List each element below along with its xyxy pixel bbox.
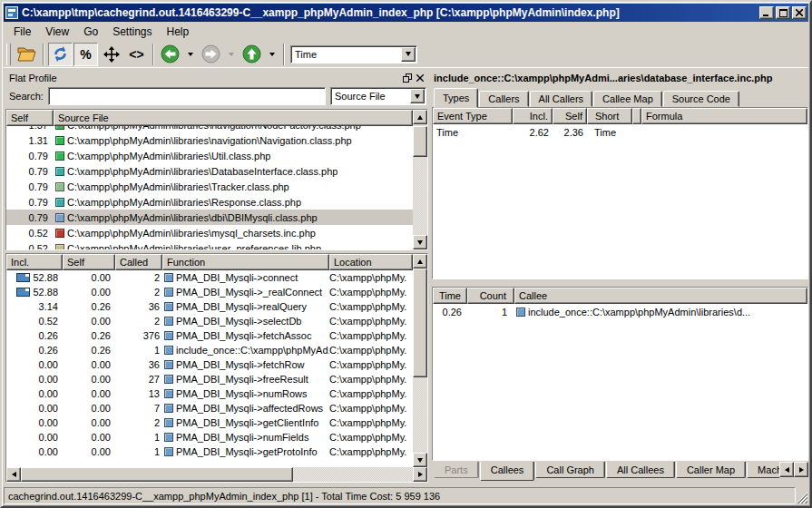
grouping-combobox[interactable]: Source File [330, 87, 426, 105]
scroll-up-button[interactable] [413, 110, 427, 124]
column-header-incl[interactable]: Incl. [6, 254, 63, 270]
dock-title-bar[interactable]: Flat Profile [5, 70, 428, 85]
scrollbar-thumb[interactable] [21, 467, 293, 482]
bottom-tab-machine[interactable]: Machine [747, 462, 779, 478]
column-header-spacer[interactable] [632, 108, 641, 124]
scrollbar-thumb[interactable] [413, 126, 427, 157]
column-header-function[interactable]: Function [162, 254, 329, 270]
close-panel-button[interactable] [414, 72, 426, 83]
maximize-button[interactable] [776, 6, 790, 19]
chevron-down-icon[interactable] [410, 89, 425, 103]
scroll-down-button[interactable] [413, 453, 427, 467]
source-file-row[interactable]: 0.79C:\xampp\phpMyAdmin\libraries\Util.c… [6, 148, 413, 163]
tab-types[interactable]: Types [434, 88, 478, 108]
menu-bar: FileViewGoSettingsHelp [4, 22, 808, 41]
back-button[interactable] [158, 43, 182, 66]
function-row[interactable]: 0.520.002PMA_DBI_Mysqli->selectDbC:\xamp… [6, 314, 413, 328]
function-row[interactable]: 0.000.001PMA_DBI_Mysqli->getProtoInfoC:\… [6, 444, 413, 459]
column-header-self[interactable]: Self [553, 108, 587, 124]
column-header-event-type[interactable]: Event Type [433, 108, 513, 124]
toolbar-handle[interactable] [6, 44, 11, 65]
percentage-button[interactable]: % [73, 43, 98, 66]
expand-areas-button[interactable] [99, 43, 123, 66]
source-file-row[interactable]: 0.79C:\xampp\phpMyAdmin\libraries\dbi\DB… [6, 210, 413, 225]
scroll-right-button[interactable] [413, 467, 427, 482]
close-button[interactable] [792, 6, 807, 19]
tab-source-code[interactable]: Source Code [663, 91, 739, 107]
source-file-row[interactable]: 0.79C:\xampp\phpMyAdmin\libraries\Databa… [6, 163, 413, 179]
column-header-source-file[interactable]: Source File [54, 110, 413, 126]
reload-icon [52, 45, 69, 63]
function-list-vscrollbar[interactable] [413, 254, 427, 467]
relative-cost-button[interactable]: <> [124, 43, 149, 66]
function-row[interactable]: 0.000.0013PMA_DBI_Mysqli->numRowsC:\xamp… [6, 386, 413, 401]
search-input[interactable] [48, 87, 326, 105]
function-row[interactable]: 0.260.261include_once::C:\xampp\phpMyAd.… [6, 343, 413, 357]
file-path: C:\xampp\phpMyAdmin\libraries\navigation… [67, 135, 352, 146]
bottom-tab-callees[interactable]: Callees [480, 462, 535, 481]
event-type-row[interactable]: Time2.622.36Time [433, 124, 807, 141]
source-file-row[interactable]: 0.52C:\xampp\phpMyAdmin\libraries\user_p… [6, 240, 413, 249]
forward-dropdown-button[interactable] [224, 43, 239, 66]
bottom-tab-parts[interactable]: Parts [434, 462, 479, 478]
source-file-row[interactable]: 0.79C:\xampp\phpMyAdmin\libraries\Respon… [6, 194, 413, 210]
tab-all-callers[interactable]: All Callers [530, 91, 593, 107]
function-row[interactable]: 0.260.26376PMA_DBI_Mysqli->fetchAssocC:\… [6, 328, 413, 343]
tab-scroll-left-button[interactable] [779, 462, 794, 477]
column-header-called[interactable]: Called [115, 254, 162, 270]
function-row[interactable]: 52.880.002PMA_DBI_Mysqli->_realConnectC:… [6, 285, 413, 299]
back-dropdown-button[interactable] [183, 43, 198, 66]
percent-icon: % [80, 47, 91, 62]
function-row[interactable]: 3.140.2636PMA_DBI_Mysqli->realQueryC:\xa… [6, 299, 413, 314]
column-header-callee[interactable]: Callee [514, 288, 807, 304]
column-header-location[interactable]: Location [329, 254, 413, 270]
column-header-self[interactable]: Self [63, 254, 115, 270]
up-dropdown-button[interactable] [265, 43, 279, 66]
scrollbar-thumb[interactable] [413, 269, 427, 377]
bottom-tab-all-callees[interactable]: All Callees [606, 462, 675, 478]
cycle-grouping-button[interactable] [48, 43, 73, 66]
function-list-hscrollbar[interactable] [6, 467, 427, 482]
column-header-self[interactable]: Self [6, 110, 54, 126]
column-header-formula[interactable]: Formula [641, 108, 807, 124]
column-header-incl[interactable]: Incl. [513, 108, 553, 124]
function-cell: PMA_DBI_Mysqli->fetchRow [162, 359, 329, 370]
minimize-button[interactable] [759, 6, 774, 19]
scroll-left-button[interactable] [6, 467, 21, 482]
bottom-tab-caller-map[interactable]: Caller Map [676, 462, 746, 478]
callee-row[interactable]: 0.261include_once::C:\xampp\phpMyAdmin\l… [433, 304, 807, 320]
menu-item-settings[interactable]: Settings [105, 23, 159, 41]
open-button[interactable] [15, 43, 39, 66]
source-file-row[interactable]: 0.79C:\xampp\phpMyAdmin\libraries\Tracke… [6, 179, 413, 194]
bottom-tab-call-graph[interactable]: Call Graph [535, 462, 605, 478]
tab-scroll-right-button[interactable] [794, 462, 808, 477]
function-row[interactable]: 0.000.0027PMA_DBI_Mysqli->freeResultC:\x… [6, 372, 413, 386]
float-panel-button[interactable] [401, 72, 414, 83]
scroll-up-button[interactable] [413, 254, 427, 269]
menu-item-go[interactable]: Go [76, 23, 105, 41]
up-button[interactable] [240, 43, 264, 66]
resize-grip[interactable] [796, 487, 808, 504]
function-row[interactable]: 0.000.001PMA_DBI_Mysqli->numFieldsC:\xam… [6, 430, 413, 444]
menu-item-file[interactable]: File [6, 23, 38, 41]
function-row[interactable]: 0.000.002PMA_DBI_Mysqli->getClientInfoC:… [6, 415, 413, 430]
function-row[interactable]: 0.000.0036PMA_DBI_Mysqli->fetchRowC:\xam… [6, 357, 413, 372]
source-file-row[interactable]: 1.37C:\xampp\phpMyAdmin\libraries\naviga… [6, 126, 413, 132]
menu-item-help[interactable]: Help [160, 23, 197, 41]
menu-item-view[interactable]: View [38, 23, 76, 41]
source-file-row[interactable]: 1.31C:\xampp\phpMyAdmin\libraries\naviga… [6, 132, 413, 148]
tab-callers[interactable]: Callers [479, 91, 528, 107]
column-header-time[interactable]: Time [433, 288, 467, 304]
column-header-count[interactable]: Count [467, 288, 514, 304]
chevron-down-icon[interactable] [401, 47, 416, 62]
self-value: 0.00 [63, 446, 115, 457]
scroll-down-button[interactable] [413, 235, 427, 249]
event-type-combobox[interactable]: Time [290, 45, 417, 64]
file-list-vscrollbar[interactable] [413, 110, 427, 249]
column-header-short[interactable]: Short [587, 108, 632, 124]
source-file-row[interactable]: 0.52C:\xampp\phpMyAdmin\libraries\mysql_… [6, 225, 413, 240]
function-row[interactable]: 52.880.002PMA_DBI_Mysqli->connectC:\xamp… [6, 270, 413, 285]
tab-callee-map[interactable]: Callee Map [593, 91, 662, 107]
forward-button[interactable] [199, 43, 223, 66]
function-row[interactable]: 0.000.007PMA_DBI_Mysqli->affectedRowsC:\… [6, 401, 413, 415]
